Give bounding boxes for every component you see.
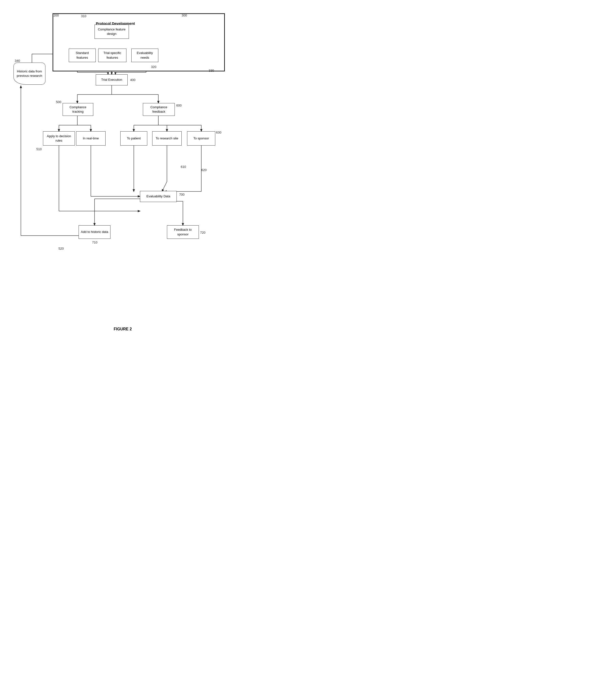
ref-300: 300 xyxy=(182,14,187,17)
ref-500: 500 xyxy=(56,100,61,104)
to-patient-box: To patient xyxy=(120,131,147,146)
ref-710: 710 xyxy=(92,241,97,244)
ref-620: 620 xyxy=(201,168,207,172)
ref-700: 700 xyxy=(179,193,184,196)
trial-specific-features-box: Trial-specific features xyxy=(98,49,126,62)
in-real-time-box: In real-time xyxy=(76,131,105,146)
ref-330: 330 xyxy=(209,69,214,72)
ref-320: 320 xyxy=(151,65,156,69)
svg-line-30 xyxy=(162,182,167,192)
evaluability-needs-box: Evaluability needs xyxy=(131,49,158,62)
standard-features-box: Standard features xyxy=(69,49,96,62)
apply-to-decision-rules-box: Apply to decision rules xyxy=(43,131,75,146)
evaluability-data-box: Evaluability Data xyxy=(140,191,177,202)
ref-310: 310 xyxy=(81,14,86,18)
add-to-historic-data-box: Add to historic data xyxy=(79,225,110,239)
to-research-site-box: To research site xyxy=(152,131,182,146)
ref-520: 520 xyxy=(58,247,64,250)
compliance-feedback-box: Compliance feedback xyxy=(143,103,175,116)
ref-720: 720 xyxy=(200,231,205,234)
ref-400: 400 xyxy=(130,78,135,82)
trial-execution-box: Trial Execution xyxy=(96,74,128,85)
ref-200: 200 xyxy=(53,14,59,17)
ref-610: 610 xyxy=(181,165,186,169)
figure-caption: FIGURE 2 xyxy=(0,327,246,331)
ref-340: 340 xyxy=(15,59,20,62)
historic-data-box: Historic data from previous research xyxy=(14,62,45,85)
ref-630: 630 xyxy=(216,131,221,134)
compliance-feature-design-box: Compliance feature design xyxy=(95,25,129,39)
ref-510: 510 xyxy=(36,147,42,151)
diagram: Protocol Development Compliance feature … xyxy=(0,0,246,334)
ref-600: 600 xyxy=(176,104,182,107)
feedback-to-sponsor-box: Feedback to sponsor xyxy=(167,225,199,239)
to-sponsor-box: To sponsor xyxy=(187,131,215,146)
compliance-tracking-box: Compliance tracking xyxy=(63,103,93,116)
